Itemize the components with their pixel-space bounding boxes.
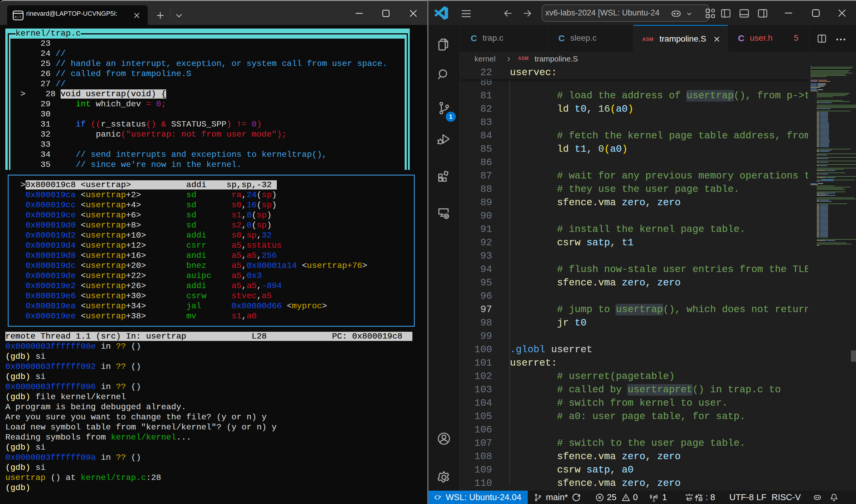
svg-text:c:\: c:\ <box>15 15 22 19</box>
